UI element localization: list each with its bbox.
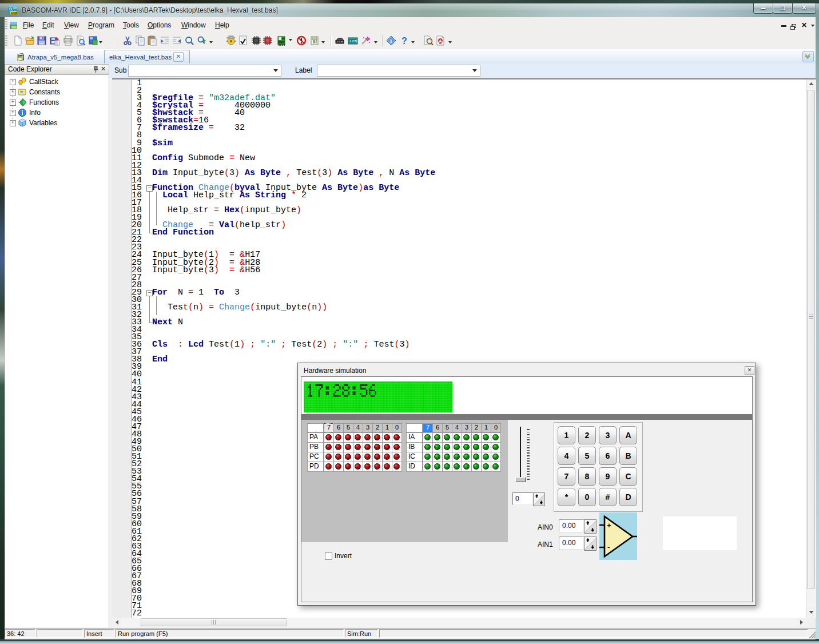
svg-text:B: B bbox=[9, 7, 12, 11]
svg-text:i: i bbox=[390, 38, 392, 44]
svg-text:AVR: AVR bbox=[11, 11, 18, 15]
svg-text:A: A bbox=[439, 39, 442, 43]
svg-text:=: = bbox=[20, 90, 23, 96]
svg-text:+: + bbox=[607, 521, 611, 530]
svg-text:LCD: LCD bbox=[350, 39, 357, 43]
svg-text:Bas: Bas bbox=[18, 55, 23, 58]
svg-text:?: ? bbox=[401, 36, 407, 46]
svg-text:-: - bbox=[607, 543, 610, 551]
